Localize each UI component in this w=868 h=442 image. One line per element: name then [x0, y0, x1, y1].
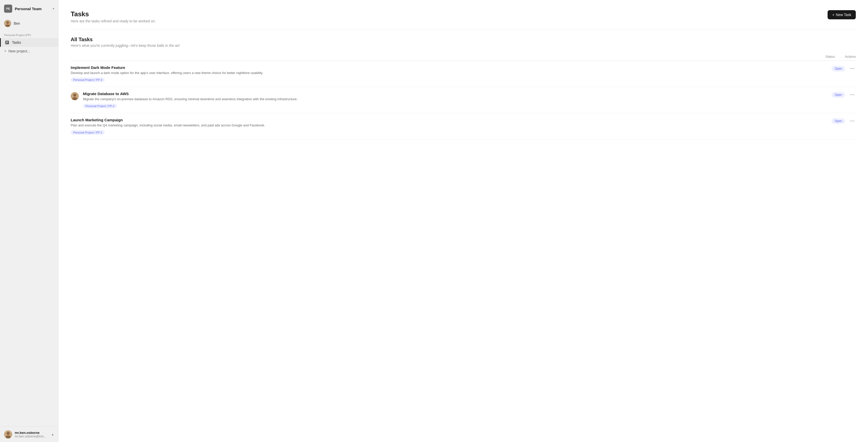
new-project-label: New project... — [8, 49, 30, 53]
sidebar-tasks-label: Tasks — [12, 40, 21, 45]
all-tasks-subtitle: Here's what you're currently juggling—le… — [71, 43, 856, 48]
task-description-1: Develop and launch a dark mode option fo… — [71, 71, 828, 75]
page-header: Tasks Here are the tasks refined and rea… — [71, 10, 856, 23]
team-avatar: PE — [4, 5, 12, 13]
table-row: Implement Dark Mode Feature Develop and … — [71, 61, 856, 87]
footer-user-info: mr.ben.osborne mr.ben.osborne@iclo... — [15, 431, 49, 438]
tasks-table-header: Status Actions — [71, 53, 856, 61]
svg-point-11 — [73, 94, 76, 97]
sidebar: PE Personal Team ▾ Ben Personal Project … — [0, 0, 59, 442]
task-actions-1: Open ··· — [832, 66, 856, 71]
new-task-label: New Task — [836, 13, 851, 17]
main-content: Tasks Here are the tasks refined and rea… — [59, 0, 868, 442]
page-subtitle: Here are the tasks refined and ready to … — [71, 19, 156, 23]
task-content-1: Implement Dark Mode Feature Develop and … — [71, 65, 828, 82]
user-item[interactable]: Ben — [0, 17, 58, 30]
user-avatar — [4, 20, 11, 27]
sidebar-item-tasks[interactable]: Tasks — [0, 38, 58, 47]
task-actions-3: Open ··· — [832, 118, 856, 124]
task-title-1: Implement Dark Mode Feature — [71, 65, 828, 70]
sidebar-footer[interactable]: mr.ben.osborne mr.ben.osborne@iclo... ▲ — [0, 426, 58, 442]
team-name: Personal Team — [15, 7, 50, 11]
svg-rect-4 — [6, 41, 8, 42]
task-title-3: Launch Marketing Campaign — [71, 118, 828, 122]
page-title: Tasks — [71, 10, 156, 18]
task-content-3: Launch Marketing Campaign Plan and execu… — [71, 118, 828, 135]
more-actions-button-2[interactable]: ··· — [849, 92, 856, 98]
team-selector[interactable]: PE Personal Team ▾ — [0, 0, 58, 17]
status-badge-2: Open — [832, 92, 845, 98]
project-section-label: Personal Project (PP) — [0, 30, 58, 38]
tasks-icon — [5, 40, 9, 45]
new-project-button[interactable]: + New project... — [0, 47, 58, 55]
all-tasks-title: All Tasks — [71, 37, 856, 42]
task-description-2: Migrate the company's on-premise databas… — [83, 97, 828, 101]
status-column-header: Status — [826, 55, 835, 58]
more-actions-button-3[interactable]: ··· — [849, 119, 856, 124]
table-row: Launch Marketing Campaign Plan and execu… — [71, 113, 856, 139]
more-actions-button-1[interactable]: ··· — [849, 66, 856, 71]
svg-rect-6 — [6, 43, 7, 43]
task-avatar-2 — [71, 92, 79, 100]
table-header-labels: Status Actions — [826, 55, 856, 58]
actions-column-header: Actions — [845, 55, 856, 58]
footer-username: mr.ben.osborne — [15, 431, 49, 435]
task-description-3: Plan and execute the Q4 marketing campai… — [71, 123, 828, 128]
team-chevron-icon: ▾ — [53, 7, 54, 10]
new-task-plus-icon: + — [832, 13, 834, 17]
status-badge-3: Open — [832, 118, 845, 124]
plus-icon: + — [4, 49, 6, 53]
footer-avatar — [4, 430, 12, 438]
task-tag-3: Personal Project / PP-1 — [71, 130, 105, 135]
user-name: Ben — [14, 21, 20, 25]
task-tag-2: Personal Project / PP-2 — [83, 104, 117, 108]
footer-chevron-icon: ▲ — [51, 433, 54, 436]
svg-point-1 — [6, 21, 9, 24]
task-actions-2: Open ··· — [832, 92, 856, 98]
task-content-2: Migrate Database to AWS Migrate the comp… — [83, 92, 828, 108]
task-title-2: Migrate Database to AWS — [83, 92, 828, 96]
table-row: Migrate Database to AWS Migrate the comp… — [71, 87, 856, 113]
footer-email: mr.ben.osborne@iclo... — [15, 435, 49, 438]
page-header-text: Tasks Here are the tasks refined and rea… — [71, 10, 156, 23]
new-task-button[interactable]: + New Task — [828, 10, 856, 19]
header-divider — [71, 29, 856, 30]
svg-point-8 — [7, 432, 10, 435]
status-badge-1: Open — [832, 66, 845, 71]
task-tag-1: Personal Project / PP-3 — [71, 78, 105, 82]
svg-rect-5 — [6, 42, 8, 43]
